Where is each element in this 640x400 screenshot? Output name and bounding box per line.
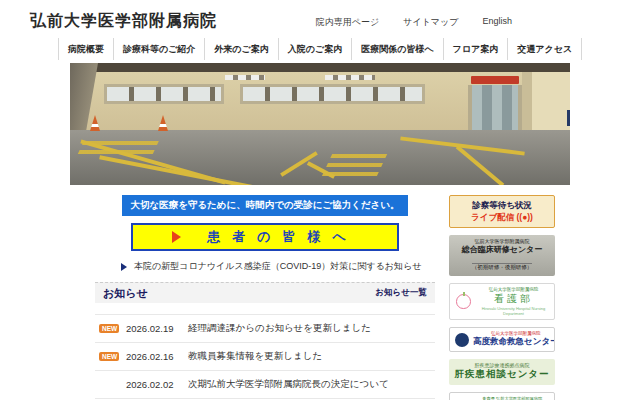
nav-access[interactable]: 交通アクセス [507, 38, 582, 60]
liver-center-label: 肝疾患相談センター [449, 368, 555, 381]
link-intranet[interactable]: 院内専用ページ [316, 16, 379, 29]
hatched-zone [322, 150, 389, 176]
covid-notice-text: 本院の新型コロナウイルス感染症（COVID-19）対策に関するお知らせ [134, 260, 421, 273]
news-header: お知らせ お知らせ一覧 [95, 282, 435, 303]
training-center-label: 総合臨床研修センター [449, 244, 555, 255]
banner-training-center[interactable]: 弘前大学医学部附属病院 総合臨床研修センター （初期研修・後期研修） [449, 235, 555, 276]
news-list-link[interactable]: お知らせ一覧 [375, 287, 427, 299]
waiting-status-label: 診察等待ち状況 [450, 200, 554, 212]
news-date: 2026.02.16 [126, 351, 178, 362]
entrance-doors [468, 85, 522, 133]
main-content: 大切な医療を守るために、時間内での受診にご協力ください。 患者の皆様へ 本院の新… [95, 195, 557, 400]
nav-floor-guide[interactable]: フロア案内 [443, 38, 508, 60]
hero-photo [70, 63, 570, 185]
page-header: 弘前大学医学部附属病院 院内専用ページ サイトマップ English [0, 0, 640, 38]
info-sign [567, 110, 570, 126]
play-triangle-icon [172, 231, 181, 243]
nursing-label: 看護部 [475, 292, 552, 306]
notice-banner[interactable]: 大切な医療を守るために、時間内での受診にご協力ください。 [122, 195, 408, 216]
news-date: 2026.02.19 [126, 323, 178, 334]
patients-button-label: 患者の皆様へ [195, 228, 358, 246]
sidebar-banners: 診察等待ち状況 ライブ配信 ((●)) 弘前大学医学部附属病院 総合臨床研修セン… [449, 195, 557, 400]
covid-notice-link[interactable]: 本院の新型コロナウイルス感染症（COVID-19）対策に関するお知らせ [121, 260, 435, 273]
emergency-center-label: 高度救命救急センター [473, 336, 555, 348]
entrance-sign [471, 76, 519, 84]
link-sitemap[interactable]: サイトマップ [403, 16, 458, 29]
banner-liver-center[interactable]: 肝疾患診療連携拠点病院 肝疾患相談センター [449, 359, 555, 385]
window-row [240, 84, 425, 104]
patients-button[interactable]: 患者の皆様へ [131, 223, 399, 251]
news-text: 経理調達課からのお知らせを更新しました [188, 322, 371, 335]
main-nav: 病院概要 診療科等のご紹介 外来のご案内 入院のご案内 医療関係の皆様へ フロア… [70, 38, 570, 60]
vent-windows [225, 75, 265, 80]
news-item[interactable]: 2026.02.02 次期弘前大学医学部附属病院長の決定について [95, 370, 435, 398]
window-row [104, 84, 224, 104]
news-list: NEW 2026.02.19 経理調達課からのお知らせを更新しました NEW 2… [95, 314, 435, 400]
vent-windows [325, 75, 375, 80]
site-title: 弘前大学医学部附属病院 [30, 11, 217, 32]
stroke-hospital-name: 青森県 弘前大学医学部附属病院 [482, 396, 543, 400]
building-roof [70, 63, 570, 72]
news-item[interactable]: NEW 2026.02.19 経理調達課からのお知らせを更新しました [95, 314, 435, 342]
nav-inpatient[interactable]: 入院のご案内 [278, 38, 351, 60]
utility-links: 院内専用ページ サイトマップ English [316, 16, 512, 29]
triangle-bullet-icon [121, 263, 127, 271]
parking-lot [70, 130, 570, 185]
news-item[interactable]: NEW 2026.02.16 教職員募集情報を更新しました [95, 342, 435, 370]
nav-medical-professionals[interactable]: 医療関係の皆様へ [351, 38, 442, 60]
link-english[interactable]: English [482, 16, 512, 29]
news-date: 2026.02.02 [126, 379, 178, 390]
banner-nursing-department[interactable]: 弘前大学医学部附属病院 看護部 Hirosaki University Hosp… [449, 283, 555, 320]
new-badge: NEW [99, 324, 119, 333]
nav-hospital-overview[interactable]: 病院概要 [58, 38, 113, 60]
news-text: 次期弘前大学医学部附属病院長の決定について [188, 378, 389, 391]
news-section-title: お知らせ [103, 286, 148, 301]
banner-stroke-heart-center[interactable]: 青森県 弘前大学医学部附属病院 脳卒中・心臓病等 総合支援センター [449, 392, 555, 400]
apple-icon [456, 294, 471, 309]
emergency-badge-icon [455, 333, 469, 347]
banner-emergency-center[interactable]: 弘前大学医学部附属病院 高度救命救急センター [449, 327, 555, 352]
news-text: 教職員募集情報を更新しました [188, 350, 322, 363]
left-column: 大切な医療を守るために、時間内での受診にご協力ください。 患者の皆様へ 本院の新… [95, 195, 435, 400]
live-stream-label: ライブ配信 ((●)) [450, 212, 554, 224]
nav-outpatient[interactable]: 外来のご案内 [204, 38, 277, 60]
nursing-english-label: Hirosaki University Hospital Nursing Dep… [475, 306, 552, 316]
new-badge: NEW [99, 352, 119, 361]
training-sub-label: （初期研修・後期研修） [472, 263, 533, 271]
nav-departments[interactable]: 診療科等のご紹介 [113, 38, 204, 60]
banner-waiting-status[interactable]: 診察等待ち状況 ライブ配信 ((●)) [449, 195, 555, 228]
